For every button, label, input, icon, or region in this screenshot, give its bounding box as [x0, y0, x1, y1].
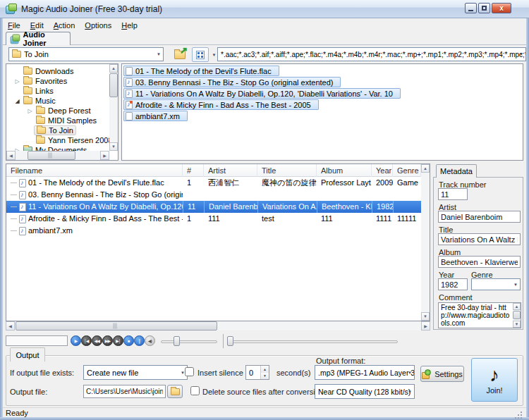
column-header-filename[interactable]: Filename — [6, 164, 183, 177]
scroll-left-icon[interactable] — [6, 321, 15, 331]
tree-item-links[interactable]: Links — [13, 86, 56, 96]
seek-slider-track[interactable] — [227, 340, 398, 343]
menu-action[interactable]: Action — [49, 20, 80, 32]
tree-item-favorites[interactable]: ▷ Favorites — [13, 76, 69, 86]
table-row[interactable]: Afrodite - & Micky Finn - Bad Ass - The … — [6, 213, 421, 225]
table-row[interactable]: 01 - The Melody of the Devil's Flute.fla… — [6, 177, 421, 189]
silence-seconds-value[interactable] — [246, 366, 260, 379]
tree-item-music[interactable]: ◢ Music — [13, 96, 58, 106]
comment-scrollbar[interactable] — [513, 303, 521, 328]
chevron-down-icon[interactable] — [408, 390, 412, 394]
maximize-button[interactable] — [478, 3, 490, 13]
tree-item-to-join[interactable]: To Join — [26, 125, 76, 135]
expander-collapsed-icon[interactable]: ▷ — [26, 108, 34, 114]
filter-combobox[interactable]: *.aac;*.ac3;*.aif;*.aiff;*.ape;*.flac;*.… — [217, 47, 526, 61]
scroll-up-icon[interactable] — [421, 164, 430, 173]
table-row[interactable]: 03. Benny Bennasi - The Biz - Stop Go (o… — [6, 189, 421, 201]
silence-seconds-spinner[interactable]: ▲▼ — [245, 365, 269, 380]
scroll-up-icon[interactable] — [513, 303, 521, 310]
chevron-down-icon[interactable] — [157, 52, 161, 56]
pause-button[interactable]: ║ — [134, 335, 145, 346]
if-exists-combobox[interactable]: Create new file — [83, 365, 188, 380]
rewind-button[interactable]: ◀◀ — [92, 335, 102, 346]
skip-start-button[interactable]: │◀ — [81, 335, 92, 346]
output-file-field[interactable] — [83, 385, 166, 398]
file-list-item[interactable]: 11 - Variations On A Waltz By Diabelli, … — [123, 88, 401, 99]
tab-metadata[interactable]: Metadata — [436, 164, 477, 178]
column-header-number[interactable]: # — [183, 164, 204, 177]
menu-options[interactable]: Options — [80, 20, 116, 32]
stop-button[interactable]: ■ — [123, 335, 134, 346]
folder-combobox[interactable]: To Join — [8, 47, 164, 61]
title-bar[interactable]: Magic Audio Joiner (Free 30-day trial) x — [0, 0, 529, 18]
artist-field[interactable] — [438, 211, 521, 223]
spin-down-icon[interactable]: ▼ — [261, 373, 269, 380]
file-list-item[interactable]: 03. Benny Bennasi - The Biz - Stop Go (o… — [123, 77, 341, 87]
expander-collapsed-icon[interactable]: ▷ — [13, 78, 21, 85]
fast-forward-button[interactable]: ▶▶ — [102, 335, 113, 346]
table-horizontal-scrollbar[interactable] — [6, 321, 430, 331]
scroll-right-icon[interactable] — [421, 321, 430, 331]
scroll-right-icon[interactable] — [100, 151, 109, 160]
tree-horizontal-scrollbar[interactable] — [6, 151, 109, 160]
volume-slider-track[interactable] — [161, 340, 217, 343]
browse-button[interactable] — [167, 385, 183, 398]
tree-item-yann-tiersen[interactable]: Yann Tiersen 2008 — [26, 135, 115, 145]
scroll-left-icon[interactable] — [6, 151, 16, 160]
scrollbar-thumb[interactable] — [16, 321, 217, 331]
delete-source-checkbox[interactable] — [190, 386, 200, 395]
column-header-genre[interactable]: Genre — [393, 164, 421, 177]
skip-end-button[interactable]: ▶│ — [113, 335, 123, 346]
play-button[interactable]: ▶ — [71, 335, 81, 346]
file-list-item[interactable]: 01 - The Melody of the Devil's Flute.fla… — [123, 66, 279, 76]
mute-button[interactable]: ◀) — [145, 335, 155, 346]
resize-grip[interactable] — [518, 409, 526, 417]
track-number-field[interactable] — [438, 188, 468, 200]
chevron-down-icon[interactable] — [513, 283, 518, 287]
title-field[interactable] — [438, 233, 521, 245]
scrollbar-thumb[interactable] — [109, 73, 118, 97]
tab-audio-joiner[interactable]: Audio Joiner — [6, 32, 71, 45]
chevron-down-icon[interactable] — [519, 52, 523, 56]
column-header-album[interactable]: Album — [317, 164, 372, 177]
up-folder-button[interactable]: ↗ — [171, 47, 189, 62]
genre-combobox[interactable] — [471, 278, 521, 290]
table-row-selected[interactable]: 11 - Variations On A Waltz By Diabelli, … — [6, 201, 421, 213]
tab-output[interactable]: Output — [10, 347, 45, 362]
expander-expanded-icon[interactable]: ◢ — [13, 98, 21, 104]
scroll-down-icon[interactable] — [513, 321, 521, 328]
file-list-item[interactable]: ambiant7.xm — [123, 111, 188, 121]
scroll-up-icon[interactable] — [109, 64, 118, 73]
column-header-year[interactable]: Year — [372, 164, 393, 177]
file-list-item[interactable]: Afrodite - & Micky Finn - Bad Ass - The … — [123, 99, 319, 110]
table-row[interactable]: ambiant7.xm — [6, 225, 421, 237]
year-field[interactable] — [438, 278, 468, 290]
table-vertical-scrollbar[interactable] — [421, 164, 430, 321]
column-header-artist[interactable]: Artist — [204, 164, 257, 177]
column-header-title[interactable]: Title — [257, 164, 317, 177]
chevron-down-icon[interactable] — [408, 371, 412, 375]
output-format-combobox[interactable]: .mp3 (MPEG-1 Audio Layer 3) — [315, 365, 415, 380]
scroll-down-icon[interactable] — [421, 312, 430, 321]
menu-help[interactable]: Help — [116, 20, 142, 32]
views-button[interactable] — [192, 47, 209, 62]
album-field[interactable] — [438, 256, 521, 268]
scrollbar-thumb[interactable] — [28, 151, 75, 160]
quality-combobox[interactable]: Near CD Quality (128 kbit/s) — [315, 384, 415, 399]
close-button[interactable]: x — [492, 3, 511, 13]
settings-button[interactable]: Settings — [420, 366, 464, 382]
insert-silence-checkbox[interactable] — [185, 367, 194, 376]
comment-field[interactable]: Free 30-day trial - http://www.magicaudi… — [438, 302, 521, 328]
tree-item-deep-forest[interactable]: ▷ Deep Forest — [26, 106, 93, 116]
scrollbar-thumb[interactable] — [513, 311, 521, 319]
volume-slider-thumb[interactable] — [174, 336, 180, 346]
seek-slider-thumb[interactable] — [227, 336, 233, 346]
spin-up-icon[interactable]: ▲ — [261, 366, 269, 373]
tree-item-downloads[interactable]: Downloads — [13, 66, 75, 76]
menu-edit[interactable]: Edit — [25, 20, 49, 32]
tree-vertical-scrollbar[interactable] — [109, 64, 118, 151]
minimize-button[interactable] — [465, 3, 477, 13]
join-button[interactable]: Join! — [471, 358, 518, 402]
tree-item-midi-samples[interactable]: MIDI Samples — [26, 116, 99, 125]
scroll-down-icon[interactable] — [109, 142, 118, 151]
